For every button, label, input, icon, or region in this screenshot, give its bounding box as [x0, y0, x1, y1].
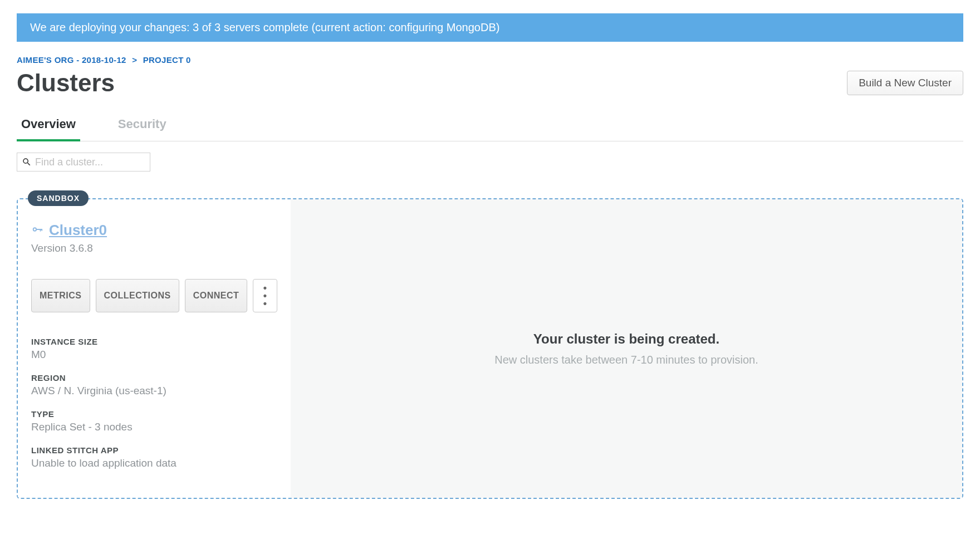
cluster-details-panel: Cluster0 Version 3.6.8 METRICS COLLECTIO… — [18, 199, 291, 498]
key-icon — [31, 223, 43, 238]
breadcrumb-org[interactable]: AIMEE'S ORG - 2018-10-12 — [17, 55, 126, 65]
cluster-search[interactable] — [17, 153, 150, 171]
type-label: TYPE — [31, 409, 277, 419]
breadcrumb-project[interactable]: PROJECT 0 — [143, 55, 191, 65]
collections-button[interactable]: COLLECTIONS — [96, 279, 179, 312]
connect-button[interactable]: CONNECT — [185, 279, 248, 312]
more-actions-button[interactable]: • • • — [253, 279, 277, 312]
tab-security[interactable]: Security — [114, 117, 171, 141]
type-value: Replica Set - 3 nodes — [31, 421, 277, 433]
region-label: REGION — [31, 373, 277, 383]
cluster-creating-subtitle: New clusters take between 7-10 minutes t… — [494, 354, 758, 366]
page-title: Clusters — [17, 69, 115, 97]
deploy-banner-text: We are deploying your changes: 3 of 3 se… — [30, 21, 499, 33]
cluster-status-panel: Your cluster is being created. New clust… — [291, 199, 962, 498]
tabs: Overview Security — [17, 117, 963, 141]
tab-overview[interactable]: Overview — [17, 117, 80, 141]
breadcrumb: AIMEE'S ORG - 2018-10-12 > PROJECT 0 — [17, 55, 963, 65]
region-value: AWS / N. Virginia (us-east-1) — [31, 385, 277, 397]
sandbox-badge: SANDBOX — [28, 190, 89, 206]
cluster-name-link[interactable]: Cluster0 — [49, 222, 107, 239]
metrics-button[interactable]: METRICS — [31, 279, 90, 312]
deploy-banner: We are deploying your changes: 3 of 3 se… — [17, 13, 963, 42]
linked-stitch-value: Unable to load application data — [31, 457, 277, 469]
instance-size-value: M0 — [31, 349, 277, 361]
linked-stitch-label: LINKED STITCH APP — [31, 445, 277, 455]
cluster-version: Version 3.6.8 — [31, 242, 277, 254]
search-icon — [22, 157, 32, 167]
cluster-card: Cluster0 Version 3.6.8 METRICS COLLECTIO… — [17, 198, 963, 499]
cluster-search-input[interactable] — [35, 156, 145, 168]
breadcrumb-separator: > — [129, 55, 140, 65]
build-new-cluster-button[interactable]: Build a New Cluster — [847, 71, 963, 95]
instance-size-label: INSTANCE SIZE — [31, 337, 277, 346]
cluster-creating-title: Your cluster is being created. — [533, 331, 719, 347]
